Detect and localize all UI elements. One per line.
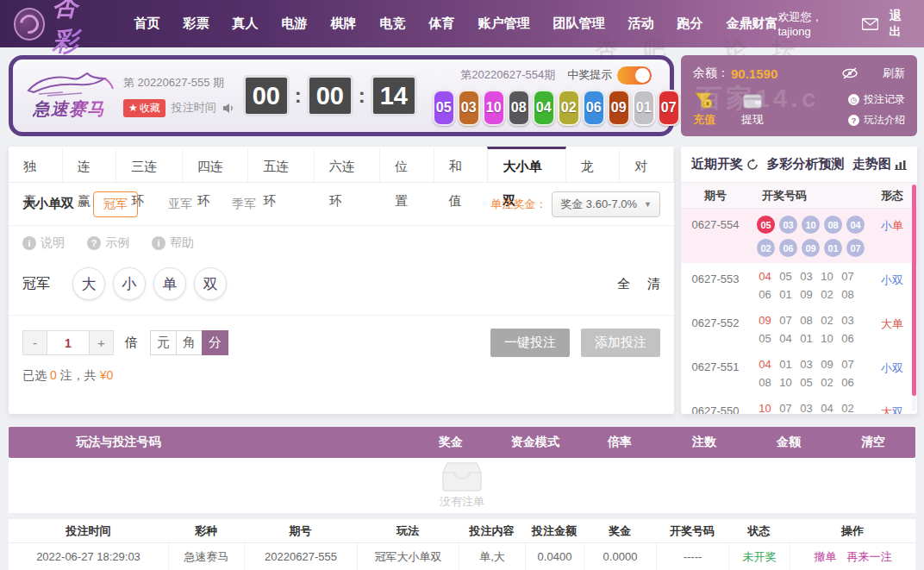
nav-item[interactable]: 金鼎财富: [726, 16, 777, 32]
order-cell: 急速赛马: [168, 543, 244, 570]
nav-item[interactable]: 电竞: [379, 16, 405, 32]
refresh-balance-button[interactable]: 刷新: [883, 66, 905, 81]
tab-五连环[interactable]: 五连环: [248, 147, 314, 182]
favorite-button[interactable]: ★收藏: [123, 99, 165, 117]
nav-item[interactable]: 体育: [428, 16, 454, 32]
history-number: 04: [819, 402, 835, 414]
history-columns: 期号 开奖号码 形态: [681, 183, 917, 209]
history-number: 03: [779, 216, 797, 234]
bet-option[interactable]: 大: [72, 267, 105, 300]
helper-link[interactable]: ?示例: [87, 235, 129, 251]
multiplier-plus-button[interactable]: +: [89, 330, 114, 355]
welcome-text: 欢迎您，tajiong: [777, 9, 852, 38]
bet-option[interactable]: 双: [194, 267, 227, 300]
nav-item[interactable]: 棋牌: [330, 16, 356, 32]
unit-option[interactable]: 元: [150, 330, 177, 355]
prize-select[interactable]: 奖金 3.60-7.0%▼: [552, 191, 660, 217]
tab-三连环[interactable]: 三连环: [116, 147, 182, 182]
nav-item[interactable]: 首页: [134, 16, 159, 32]
play-intro-link[interactable]: ? 玩法介绍: [848, 113, 905, 128]
tab-连赢[interactable]: 连赢: [63, 147, 117, 182]
tab-位置[interactable]: 位置: [380, 147, 434, 182]
multiplier-label: 倍: [125, 335, 138, 351]
bet-record-link[interactable]: ◷ 投注记录: [848, 92, 905, 107]
recharge-button[interactable]: ¥ 充值: [693, 91, 715, 128]
hide-balance-icon[interactable]: [841, 67, 858, 79]
refresh-icon[interactable]: [746, 159, 759, 171]
tab-四连环[interactable]: 四连环: [183, 147, 248, 182]
order-cell: -----: [656, 543, 728, 570]
add-bet-button[interactable]: 添加投注: [581, 329, 660, 357]
multiplier-input[interactable]: [47, 330, 89, 355]
history-number: 10: [819, 332, 835, 345]
order-cell: 2022-06-27 18:29:03: [9, 543, 168, 570]
trend-link[interactable]: 走势图: [852, 156, 907, 172]
rebet-button[interactable]: 再来一注: [847, 549, 892, 565]
result-number-pill: 03: [458, 90, 480, 126]
unit-option[interactable]: 角: [176, 330, 203, 355]
bet-options: 大小单双: [72, 267, 234, 300]
result-number-pill: 07: [658, 90, 680, 126]
horse-icon: [22, 72, 116, 97]
cart-empty: 没有注单: [9, 458, 915, 513]
orders-column: 开奖号码: [656, 523, 728, 539]
tab-大小单双[interactable]: 大小单双: [487, 147, 565, 182]
history-number: 08: [757, 376, 773, 389]
brand-logo[interactable]: 杏彩: [14, 0, 104, 60]
cancel-order-button[interactable]: 撤单: [815, 549, 837, 565]
helper-link[interactable]: i帮助: [152, 235, 194, 251]
position-button[interactable]: 亚军: [159, 192, 202, 216]
history-scrollbar[interactable]: [912, 185, 916, 411]
tab-独赢[interactable]: 独赢: [9, 147, 63, 182]
withdraw-button[interactable]: 提现: [741, 91, 764, 128]
helper-link[interactable]: i说明: [22, 235, 65, 251]
empty-label: 没有注单: [440, 494, 484, 510]
nav-item[interactable]: 团队管理: [553, 16, 604, 32]
logout-button[interactable]: 退出: [889, 9, 912, 40]
bet-option[interactable]: 小: [113, 267, 146, 300]
quick-bet-button[interactable]: 一键投注: [490, 329, 570, 357]
tab-和值[interactable]: 和值: [434, 147, 489, 182]
history-pattern: 小双: [867, 270, 917, 301]
orders-column: 投注金额: [525, 523, 584, 539]
history-number: 10: [777, 376, 794, 389]
orders-column: 玩法: [357, 523, 459, 539]
unit-option[interactable]: 分: [202, 330, 228, 355]
tab-六连环[interactable]: 六连环: [315, 147, 380, 182]
history-panel: 近期开奖 多彩分析预测 走势图: [681, 147, 917, 414]
cart-column[interactable]: 清空: [831, 435, 915, 450]
analysis-link[interactable]: 多彩分析预测: [767, 156, 845, 172]
position-button[interactable]: 冠军: [93, 191, 138, 217]
nav-item[interactable]: 跑分: [677, 16, 702, 32]
order-cell: 0.0400: [525, 543, 584, 570]
nav-item[interactable]: 电游: [281, 16, 307, 32]
orders-table: 投注时间彩种期号玩法投注内容投注金额奖金开奖号码状态操作 2022-06-27 …: [9, 519, 915, 570]
nav-item[interactable]: 账户管理: [478, 16, 529, 32]
history-number: 08: [824, 216, 842, 234]
tab-龙虎[interactable]: 龙虎: [566, 147, 621, 182]
nav-menu: 首页彩票真人电游棋牌电竞体育账户管理团队管理活动跑分金鼎财富: [134, 16, 777, 32]
history-issue: 0627-550: [681, 402, 750, 414]
history-row: 0627-55209070802030504011006大单: [681, 307, 917, 351]
history-row: 0627-5501007030402大双: [681, 395, 917, 414]
history-number: 10: [757, 402, 773, 414]
orders-column: 投注内容: [459, 523, 525, 539]
history-number: 02: [757, 239, 775, 257]
result-number-pill: 10: [483, 90, 505, 126]
win-tip-toggle[interactable]: [617, 66, 652, 85]
nav-item[interactable]: 真人: [232, 16, 258, 32]
bet-option[interactable]: 单: [153, 267, 186, 300]
brand-name: 杏彩: [52, 0, 104, 60]
win-tip-label: 中奖提示: [567, 67, 612, 83]
mail-icon[interactable]: [862, 18, 878, 30]
speaker-icon[interactable]: [222, 103, 234, 114]
clear-button[interactable]: 清: [647, 276, 660, 292]
position-button[interactable]: 季军: [222, 192, 265, 216]
history-issue: 0627-554: [681, 216, 750, 257]
nav-item[interactable]: 活动: [627, 16, 653, 32]
nav-item[interactable]: 彩票: [183, 16, 209, 32]
select-all-button[interactable]: 全: [617, 276, 630, 292]
multiplier-minus-button[interactable]: -: [22, 330, 47, 355]
tab-对决[interactable]: 对决: [620, 147, 674, 182]
history-number: 01: [824, 239, 842, 257]
